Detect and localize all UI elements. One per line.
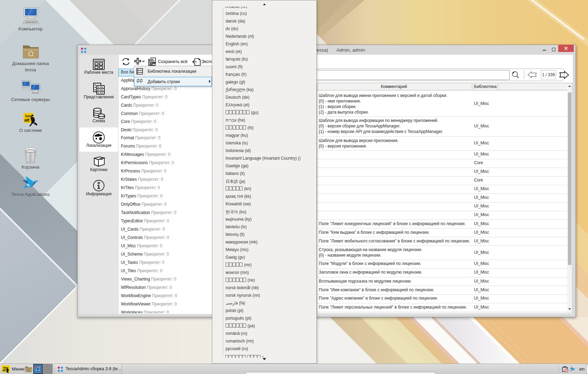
svg-text:alt: alt: [24, 117, 30, 123]
svg-text:alt: alt: [2, 368, 6, 372]
